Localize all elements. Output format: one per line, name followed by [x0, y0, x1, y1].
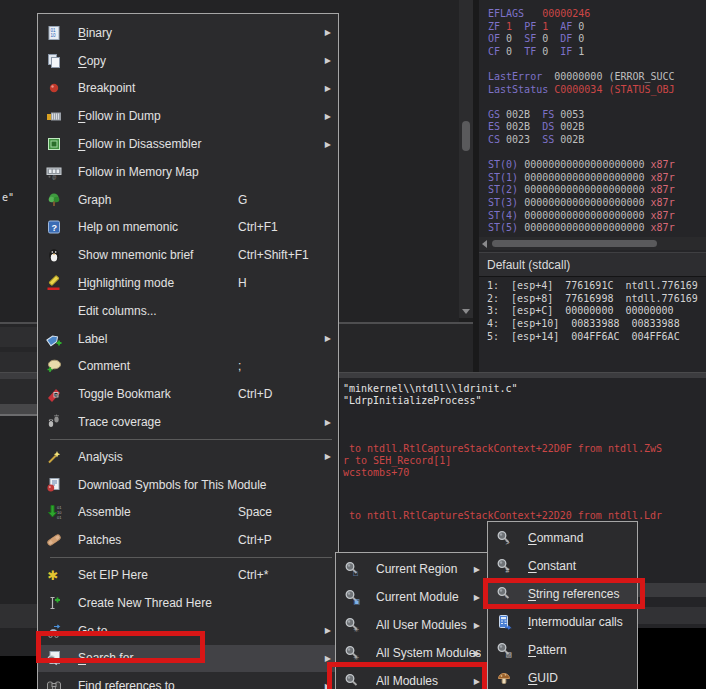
scrollbar-thumb[interactable] — [492, 240, 657, 247]
menu-item-label: Breakpoint — [78, 81, 332, 95]
registers-lines: EFLAGS 00000246ZF 1 PF 1 AF 0OF 0 SF 0 D… — [488, 8, 675, 235]
background-selected-row — [0, 404, 37, 414]
menu-item-label: Current Region — [376, 562, 481, 576]
info-line: "minkernel\\ntdll\\ldrinit.c" — [343, 383, 518, 395]
set-eip-icon: ✱ — [46, 567, 62, 583]
register-line — [488, 96, 675, 109]
magnifier-pattern-icon: ▨ — [496, 642, 512, 658]
svg-text:□: □ — [354, 570, 359, 577]
menu-item-guid[interactable]: GUID — [488, 664, 637, 689]
info-line: "LdrpInitializeProcess" — [343, 395, 481, 407]
register-line: LastError 00000000 (ERROR_SUCC — [488, 71, 675, 84]
help-icon: ? — [46, 219, 62, 235]
menu-item-set-eip-here[interactable]: ✱Set EIP HereCtrl+* — [38, 561, 338, 589]
submenu-arrow-icon: ▶ — [325, 28, 331, 37]
menu-item-comment[interactable]: Comment; — [38, 353, 338, 381]
submenu-arrow-icon: ▶ — [325, 140, 331, 149]
menu-item-command[interactable]: >Command — [488, 524, 637, 552]
menu-item-constant[interactable]: #Constant — [488, 552, 637, 580]
menu-item-pattern[interactable]: ▨Pattern — [488, 636, 637, 664]
menu-item-label[interactable]: Label▶ — [38, 325, 338, 353]
patches-icon — [46, 532, 62, 548]
menu-item-label: Analysis — [78, 450, 332, 464]
menu-item-label: Label — [78, 332, 332, 346]
menu-item-label: Search for — [78, 651, 332, 665]
menu-item-label: Patches — [78, 533, 332, 547]
svg-text:”: ” — [506, 595, 509, 602]
download-symbols-icon — [46, 477, 62, 493]
analysis-icon — [46, 449, 62, 465]
scroll-down-arrow-icon[interactable] — [462, 309, 470, 314]
menu-item-breakpoint[interactable]: Breakpoint▶ — [38, 75, 338, 103]
menu-item-follow-in-disassembler[interactable]: Follow in Disassembler▶ — [38, 130, 338, 158]
register-line: ES 002B DS 002B — [488, 121, 675, 134]
menu-item-analysis[interactable]: Analysis▶ — [38, 443, 338, 471]
register-line: OF 0 SF 0 DF 0 — [488, 33, 675, 46]
menu-item-shortcut: Ctrl+D — [238, 387, 272, 401]
menu-item-edit-columns[interactable]: Edit columns... — [38, 297, 338, 325]
menu-item-help-on-mnemonic[interactable]: ?Help on mnemonicCtrl+F1 — [38, 214, 338, 242]
register-line: ST(3) 00000000000000000000 x87r — [488, 197, 675, 210]
menu-item-create-new-thread-here[interactable]: Create New Thread Here — [38, 589, 338, 617]
menu-item-find-references-to[interactable]: Find references to▶ — [38, 672, 338, 689]
menu-item-shortcut: Space — [238, 505, 272, 519]
argument-row: 3: [esp+C] 00000000 00000000 — [487, 305, 698, 318]
svg-text:▨: ▨ — [506, 651, 513, 658]
svg-text:▣: ▣ — [354, 598, 361, 605]
menu-item-follow-in-memory-map[interactable]: @Follow in Memory Map — [38, 158, 338, 186]
magnifier-module-icon: ▣ — [344, 589, 360, 605]
guid-icon — [496, 670, 512, 686]
menu-item-all-system-modules[interactable]: ✳All System Modules▶ — [336, 639, 487, 667]
menu-item-all-user-modules[interactable]: ✳All User Modules▶ — [336, 611, 487, 639]
menu-item-label: All Modules — [376, 674, 481, 688]
submenu-arrow-icon: ▶ — [325, 334, 331, 343]
follow-disassembler-icon — [46, 136, 62, 152]
menu-item-shortcut: ; — [238, 359, 241, 373]
register-line: ZF 1 PF 1 AF 0 — [488, 21, 675, 34]
highlighting-icon — [46, 275, 62, 291]
menu-item-assemble[interactable]: 011001AssembleSpace — [38, 499, 338, 527]
menu-item-label: Binary — [78, 26, 332, 40]
menu-item-string-references[interactable]: ”String references — [488, 580, 637, 608]
menu-item-intermodular-calls[interactable]: Intermodular calls — [488, 608, 637, 636]
none-icon — [46, 303, 62, 319]
svg-text:n: n — [55, 394, 57, 398]
binoculars-icon — [46, 678, 62, 689]
menu-item-label: All System Modules — [376, 646, 481, 660]
menu-item-show-mnemonic-brief[interactable]: Show mnemonic briefCtrl+Shift+F1 — [38, 241, 338, 269]
menu-item-label: Current Module — [376, 590, 481, 604]
menu-item-label: String references — [528, 587, 631, 601]
menu-item-binary[interactable]: 0110Binary▶ — [38, 19, 338, 47]
menu-item-graph[interactable]: GraphG — [38, 186, 338, 214]
vertical-scrollbar[interactable] — [459, 0, 473, 318]
menu-item-go-to[interactable]: Go to▶ — [38, 617, 338, 645]
registers-horizontal-scrollbar[interactable] — [479, 237, 706, 250]
menu-item-all-modules[interactable]: All Modules▶ — [336, 667, 487, 689]
register-line: CS 0023 SS 002B — [488, 134, 675, 147]
menu-item-current-region[interactable]: □Current Region▶ — [336, 555, 487, 583]
scroll-left-arrow-icon[interactable] — [482, 240, 487, 248]
menu-item-label: Trace coverage — [78, 415, 332, 429]
menu-item-shortcut: G — [238, 193, 247, 207]
submenu-arrow-icon: ▶ — [325, 84, 331, 93]
menu-item-patches[interactable]: PatchesCtrl+P — [38, 526, 338, 554]
submenu-arrow-icon: ▶ — [325, 654, 331, 663]
menu-item-toggle-bookmark[interactable]: nToggle BookmarkCtrl+D — [38, 380, 338, 408]
calling-convention-select[interactable]: Default (stdcall) — [479, 252, 706, 277]
menu-item-download-symbols-for-this-module[interactable]: Download Symbols for This Module — [38, 471, 338, 499]
menu-item-highlighting-mode[interactable]: Highlighting modeH — [38, 269, 338, 297]
menu-item-label: Copy — [78, 54, 332, 68]
menu-item-search-for[interactable]: Search for▶ — [38, 645, 338, 673]
menu-item-shortcut: Ctrl+P — [238, 533, 272, 547]
menu-item-copy[interactable]: Copy▶ — [38, 47, 338, 75]
magnifier-constant-icon: # — [496, 558, 512, 574]
menu-item-trace-coverage[interactable]: Trace coverage▶ — [38, 408, 338, 436]
menu-item-label: Find references to — [78, 679, 332, 689]
svg-text:✳: ✳ — [354, 626, 360, 633]
register-line: ST(0) 00000000000000000000 x87r — [488, 159, 675, 172]
background-row — [0, 604, 37, 628]
menu-item-current-module[interactable]: ▣Current Module▶ — [336, 583, 487, 611]
menu-item-follow-in-dump[interactable]: Follow in Dump▶ — [38, 102, 338, 130]
scrollbar-thumb[interactable] — [462, 121, 470, 151]
background-empty — [0, 656, 37, 689]
